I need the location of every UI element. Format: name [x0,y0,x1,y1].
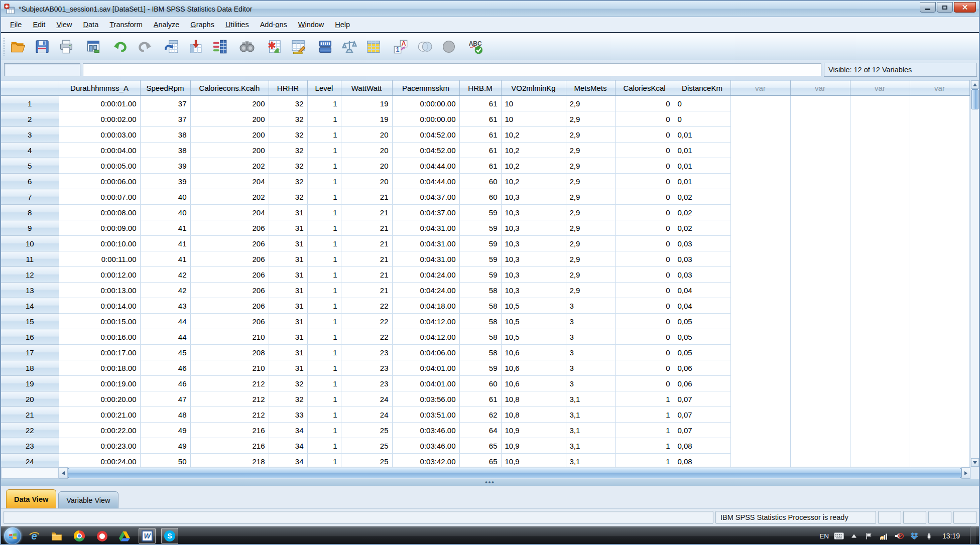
cell[interactable]: 1 [307,143,341,158]
column-header-caloriecons-kcalh[interactable]: Caloriecons.Kcalh [190,81,269,96]
cell[interactable]: 31 [269,298,307,314]
cell[interactable]: 0:00:01.00 [59,96,140,111]
cell[interactable]: 31 [269,329,307,345]
empty-cell[interactable] [910,174,969,189]
cell[interactable]: 10,3 [501,236,566,251]
cell[interactable]: 2,9 [566,111,615,127]
taskbar-clock[interactable]: 13:19 [942,532,960,540]
cell[interactable]: 37 [140,96,190,111]
recall-dialogs-button[interactable] [82,36,104,57]
cell[interactable]: 44 [140,329,190,345]
cell[interactable]: 41 [140,220,190,236]
empty-cell[interactable] [790,423,850,438]
column-header-var[interactable]: var [790,81,850,96]
cell[interactable]: 0,01 [674,127,730,143]
cell-edit-input[interactable] [83,63,821,76]
cell[interactable]: 32 [269,143,307,158]
cell[interactable]: 200 [190,143,269,158]
cell[interactable]: 10,2 [501,127,566,143]
cell[interactable]: 0 [615,174,674,189]
cell[interactable]: 48 [140,407,190,423]
cell[interactable]: 31 [269,267,307,283]
cell[interactable]: 2,9 [566,143,615,158]
cell[interactable]: 61 [459,158,501,174]
column-header-wattwatt[interactable]: WattWatt [341,81,392,96]
empty-cell[interactable] [910,407,969,423]
cell[interactable]: 1 [307,329,341,345]
empty-cell[interactable] [790,158,850,174]
use-variable-sets-button[interactable] [414,36,436,57]
empty-cell[interactable] [790,438,850,454]
empty-cell[interactable] [910,189,969,205]
cell[interactable]: 0:00:24.00 [59,454,140,467]
cell[interactable]: 22 [341,329,392,345]
cell[interactable]: 0,05 [674,329,730,345]
empty-cell[interactable] [730,376,790,391]
empty-cell[interactable] [730,127,790,143]
cell[interactable]: 10,8 [501,407,566,423]
empty-cell[interactable] [730,189,790,205]
empty-cell[interactable] [730,251,790,267]
cell[interactable]: 1 [307,251,341,267]
cell[interactable]: 0:03:46.00 [392,438,459,454]
cell[interactable]: 32 [269,127,307,143]
empty-cell[interactable] [850,423,910,438]
cell[interactable]: 38 [140,143,190,158]
cell[interactable]: 0:03:46.00 [392,423,459,438]
cell[interactable]: 10 [501,111,566,127]
cell[interactable]: 0:04:12.00 [392,329,459,345]
cell[interactable]: 60 [459,174,501,189]
cell[interactable]: 0 [615,360,674,376]
cell[interactable]: 32 [269,174,307,189]
cell[interactable]: 24 [341,391,392,407]
title-bar[interactable]: *SubjectAB001_session1.sav [DataSet1] - … [1,1,979,17]
empty-cell[interactable] [730,267,790,283]
cell[interactable]: 0:00:11.00 [59,251,140,267]
empty-cell[interactable] [730,220,790,236]
cell[interactable]: 61 [459,96,501,111]
empty-cell[interactable] [790,298,850,314]
cell[interactable]: 61 [459,143,501,158]
empty-cell[interactable] [850,158,910,174]
cell[interactable]: 206 [190,314,269,329]
cell[interactable]: 0:00:17.00 [59,345,140,360]
cell[interactable]: 0:04:52.00 [392,127,459,143]
row-header[interactable]: 24 [1,454,59,467]
cell[interactable]: 20 [341,143,392,158]
cell[interactable]: 21 [341,205,392,220]
cell[interactable]: 0:00:10.00 [59,236,140,251]
cell[interactable]: 1 [307,220,341,236]
cell[interactable]: 0,08 [674,438,730,454]
empty-cell[interactable] [730,298,790,314]
empty-cell[interactable] [850,267,910,283]
cell[interactable]: 0,02 [674,189,730,205]
cell[interactable]: 23 [341,360,392,376]
cell[interactable]: 212 [190,391,269,407]
empty-cell[interactable] [910,360,969,376]
cell[interactable]: 0:04:37.00 [392,189,459,205]
cell[interactable]: 1 [307,298,341,314]
cell[interactable]: 21 [341,267,392,283]
cell[interactable]: 19 [341,96,392,111]
cell[interactable]: 10,2 [501,158,566,174]
empty-cell[interactable] [790,96,850,111]
cell[interactable]: 0:00:08.00 [59,205,140,220]
column-header-var[interactable]: var [730,81,790,96]
minimize-button[interactable] [920,2,936,13]
cell[interactable]: 20 [341,174,392,189]
cell[interactable]: 59 [459,267,501,283]
empty-cell[interactable] [790,376,850,391]
empty-cell[interactable] [790,360,850,376]
cell[interactable]: 0:00:22.00 [59,423,140,438]
cell[interactable]: 0 [674,96,730,111]
cell[interactable]: 60 [459,189,501,205]
cell[interactable]: 0:03:56.00 [392,391,459,407]
cell[interactable]: 58 [459,314,501,329]
cell[interactable]: 3,1 [566,454,615,467]
cell[interactable]: 10,8 [501,391,566,407]
taskbar-app-google-drive[interactable] [116,528,133,544]
cell[interactable]: 208 [190,345,269,360]
empty-cell[interactable] [850,205,910,220]
cell[interactable]: 0:04:01.00 [392,360,459,376]
cell[interactable]: 0 [615,236,674,251]
